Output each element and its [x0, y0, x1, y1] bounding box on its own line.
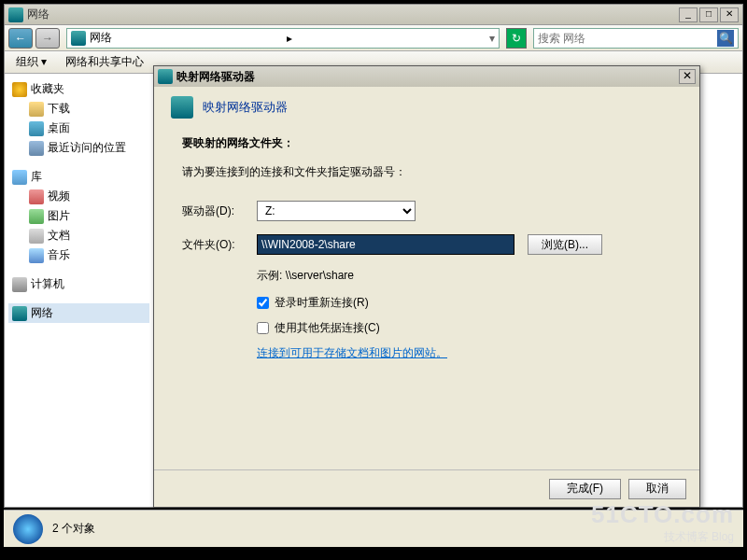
- nav-toolbar: ← → 网络 ▸ ▾ ↻ 🔍: [5, 25, 742, 51]
- sidebar-item-pictures[interactable]: 图片: [8, 206, 149, 226]
- folder-input[interactable]: [257, 234, 514, 255]
- star-icon: [12, 82, 27, 97]
- favorites-header[interactable]: 收藏夹: [8, 79, 149, 99]
- refresh-button[interactable]: ↻: [506, 28, 527, 49]
- search-box: 🔍: [533, 28, 739, 49]
- browse-button[interactable]: 浏览(B)...: [528, 234, 602, 255]
- example-text: 示例: \\server\share: [257, 268, 671, 284]
- music-icon: [29, 248, 44, 263]
- address-dropdown-icon[interactable]: ▾: [489, 32, 495, 45]
- library-icon: [12, 170, 27, 185]
- sidebar-item-desktop[interactable]: 桌面: [8, 119, 149, 138]
- map-network-drive-dialog: 映射网络驱动器 ✕ 映射网络驱动器 要映射的网络文件夹： 请为要连接到的连接和文…: [153, 65, 700, 508]
- titlebar: 网络 _ □ ✕: [5, 5, 742, 25]
- reconnect-checkbox[interactable]: [257, 297, 269, 309]
- drive-label: 驱动器(D):: [182, 203, 257, 219]
- drive-select[interactable]: Z:: [257, 201, 416, 221]
- cancel-button[interactable]: 取消: [628, 479, 686, 499]
- dialog-header: 映射网络驱动器: [154, 87, 699, 128]
- sidebar-item-music[interactable]: 音乐: [8, 245, 149, 265]
- search-input[interactable]: [538, 32, 717, 45]
- minimize-button[interactable]: _: [679, 7, 698, 22]
- desktop-icon: [29, 121, 44, 136]
- storage-website-link[interactable]: 连接到可用于存储文档和图片的网站。: [257, 345, 671, 361]
- recent-icon: [29, 141, 44, 156]
- nav-back-button[interactable]: ←: [8, 28, 33, 49]
- sidebar-item-downloads[interactable]: 下载: [8, 99, 149, 119]
- othercreds-row: 使用其他凭据连接(C): [257, 320, 671, 336]
- status-text: 2 个对象: [52, 521, 95, 537]
- network-icon: [8, 7, 23, 22]
- status-bar: 2 个对象: [4, 510, 743, 547]
- dialog-close-button[interactable]: ✕: [679, 69, 696, 84]
- computer-icon: [12, 277, 27, 292]
- folder-label: 文件夹(O):: [182, 237, 257, 253]
- picture-icon: [29, 209, 44, 224]
- network-icon: [12, 306, 27, 321]
- dialog-icon: [158, 69, 173, 84]
- dialog-subtext: 请为要连接到的连接和文件夹指定驱动器号：: [182, 164, 671, 180]
- status-icon: [13, 514, 43, 544]
- search-button[interactable]: 🔍: [717, 30, 734, 47]
- maximize-button[interactable]: □: [699, 7, 718, 22]
- reconnect-label: 登录时重新连接(R): [275, 295, 369, 311]
- address-bar[interactable]: 网络 ▸ ▾: [66, 28, 500, 49]
- dialog-header-text: 映射网络驱动器: [203, 99, 288, 116]
- sidebar-item-network[interactable]: 网络: [8, 303, 149, 323]
- video-icon: [29, 189, 44, 204]
- folder-row: 文件夹(O): 浏览(B)...: [182, 234, 671, 255]
- organize-menu[interactable]: 组织 ▾: [16, 54, 47, 70]
- libraries-header[interactable]: 库: [8, 167, 149, 187]
- dialog-title: 映射网络驱动器: [176, 69, 679, 85]
- document-icon: [29, 229, 44, 244]
- sidebar-item-videos[interactable]: 视频: [8, 187, 149, 206]
- network-center-button[interactable]: 网络和共享中心: [65, 54, 144, 70]
- sidebar-item-computer[interactable]: 计算机: [8, 274, 149, 294]
- drive-icon: [171, 96, 193, 119]
- sidebar-item-recent[interactable]: 最近访问的位置: [8, 138, 149, 158]
- nav-pane: 收藏夹 下载 桌面 最近访问的位置 库 视频 图片 文档 音乐 计算机 网络: [5, 74, 154, 507]
- address-text: 网络: [90, 30, 287, 46]
- drive-row: 驱动器(D): Z:: [182, 201, 671, 221]
- dialog-body: 要映射的网络文件夹： 请为要连接到的连接和文件夹指定驱动器号： 驱动器(D): …: [154, 128, 699, 369]
- sidebar-item-documents[interactable]: 文档: [8, 226, 149, 245]
- othercreds-checkbox[interactable]: [257, 322, 269, 334]
- close-button[interactable]: ✕: [720, 7, 739, 22]
- othercreds-label: 使用其他凭据连接(C): [275, 320, 380, 336]
- reconnect-row: 登录时重新连接(R): [257, 295, 671, 311]
- address-separator: ▸: [287, 32, 292, 45]
- window-controls: _ □ ✕: [679, 7, 739, 22]
- dialog-footer: 完成(F) 取消: [154, 469, 699, 507]
- dialog-titlebar: 映射网络驱动器 ✕: [154, 66, 699, 87]
- nav-forward-button[interactable]: →: [35, 28, 60, 49]
- folder-icon: [29, 102, 44, 117]
- address-icon: [71, 31, 86, 46]
- window-title: 网络: [27, 7, 679, 22]
- finish-button[interactable]: 完成(F): [549, 479, 621, 499]
- dialog-heading: 要映射的网络文件夹：: [182, 135, 671, 151]
